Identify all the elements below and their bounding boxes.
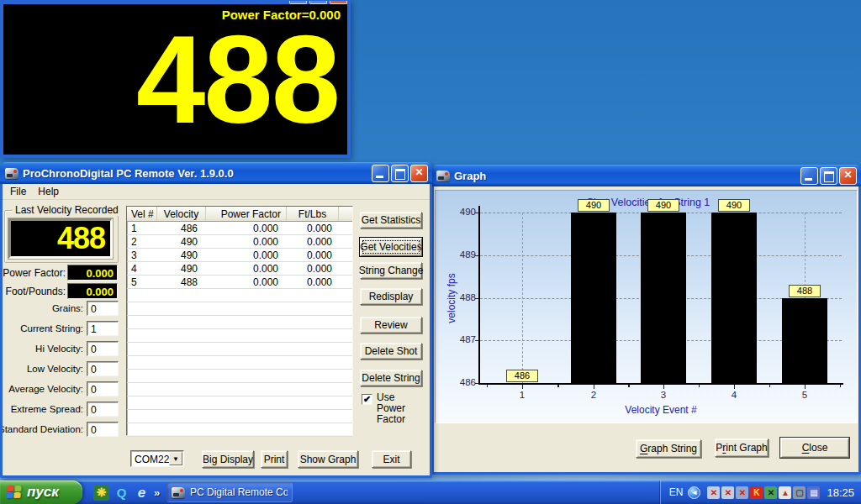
main-window-title: ProChronoDigital PC Remote Ver. 1.9.0.0 [23, 167, 370, 180]
minimize-button[interactable] [800, 167, 818, 185]
table-cell: 0.000 [287, 276, 339, 288]
stat-input[interactable]: 1 [87, 321, 119, 336]
graph-window-body: Shot Velocities for String 1 velocity fp… [434, 186, 858, 472]
system-tray: EN ◂ ✕✕✕K✕▲▢▤ 18:25 [660, 480, 861, 504]
y-tick-label: 486 [449, 377, 476, 387]
bar-value-label: 490 [647, 199, 679, 212]
table-row[interactable]: 54880.0000.000 [127, 276, 352, 289]
x-tick-label: 3 [651, 390, 676, 400]
table-cell: 0.000 [206, 222, 287, 234]
delete-string-button[interactable]: Delete String [360, 370, 422, 386]
close-button[interactable] [410, 165, 428, 182]
tray-collapse-arrow-icon[interactable]: ◂ [688, 486, 700, 499]
x-tick-mark [734, 385, 735, 389]
start-button-label: пуск [27, 484, 59, 501]
delete-shot-button[interactable]: Delete Shot [360, 343, 422, 360]
column-header-stub [339, 207, 352, 221]
network-offline-icon[interactable]: ✕ [707, 486, 720, 499]
menu-file[interactable]: File [4, 184, 32, 199]
maximize-button[interactable] [820, 167, 837, 185]
last-velocity-lcd: 488 [8, 218, 113, 259]
table-row[interactable]: 44900.0000.000 [127, 262, 352, 276]
network-offline-2-icon[interactable]: ✕ [721, 486, 734, 499]
chevron-down-icon[interactable] [169, 452, 182, 465]
big-display-button[interactable]: Big Display [202, 450, 254, 468]
velocity-table[interactable]: Vel #VelocityPower FactorFt/Lbs 14860.00… [126, 206, 353, 436]
column-header[interactable]: Power Factor [206, 207, 287, 221]
x-tick-mark [522, 385, 523, 389]
redisplay-button[interactable]: Redisplay [360, 288, 422, 305]
sync-error-icon[interactable]: ✕ [764, 486, 777, 499]
table-row[interactable]: 14860.0000.000 [127, 222, 352, 235]
menu-help[interactable]: Help [32, 184, 65, 199]
stat-input[interactable]: 0 [87, 381, 119, 396]
table-cell: 3 [127, 249, 157, 261]
field-label: Current String: [20, 323, 83, 333]
stat-input[interactable]: 0 [87, 402, 119, 417]
start-button[interactable]: пуск [0, 480, 82, 504]
maximize-button[interactable] [391, 165, 409, 182]
language-indicator[interactable]: EN [669, 486, 684, 498]
messenger-icon[interactable]: Q [114, 485, 129, 501]
wireless-offline-icon[interactable]: ✕ [736, 486, 748, 499]
com-port-dropdown[interactable]: COM22 [130, 450, 184, 467]
y-tick-label: 488 [449, 292, 476, 302]
close-button[interactable]: Close [780, 438, 849, 458]
table-row-empty [127, 343, 352, 356]
column-header[interactable]: Ft/Lbs [287, 207, 339, 221]
minimize-button[interactable] [372, 165, 389, 182]
stat-input[interactable]: 0 [87, 341, 119, 356]
big-display-velocity-value: 488 [136, 23, 339, 137]
table-row[interactable]: 24900.0000.000 [127, 235, 352, 249]
use-power-factor-checkbox[interactable]: ✔ Use Power Factor [362, 392, 422, 425]
checkbox-box[interactable]: ✔ [362, 394, 372, 405]
internet-explorer-icon[interactable]: e [134, 485, 150, 501]
show-graph-button[interactable]: Show Graph [298, 450, 358, 468]
table-cell: 488 [157, 276, 206, 288]
graph-string-button[interactable]: Graph String [636, 439, 701, 458]
stat-field-row: Standard Deviation:0 [3, 422, 120, 437]
monitor-icon[interactable]: ▢ [793, 486, 806, 499]
graph-titlebar[interactable]: Graph [431, 165, 861, 186]
taskbar-task-button[interactable]: PC Digital Remote Co... [166, 482, 293, 502]
column-header[interactable]: Vel # [127, 207, 157, 221]
print-graph-button[interactable]: Print Graph [715, 438, 769, 457]
stat-field-row: Extreme Spread:0 [3, 402, 120, 417]
get-velocities-button[interactable]: Get Velocities [360, 238, 422, 256]
string-change-button[interactable]: String Change [360, 262, 422, 279]
x-tick-mark [629, 385, 630, 387]
quick-launch-overflow-chevron[interactable]: » [154, 486, 160, 499]
exit-button[interactable]: Exit [372, 450, 411, 468]
photo-viewer-icon[interactable]: ❋ [93, 485, 109, 501]
agent-icon[interactable]: ▲ [779, 486, 791, 499]
table-cell: 0.000 [206, 249, 287, 261]
table-row-empty [127, 302, 352, 316]
bar-value-label: 490 [578, 199, 610, 212]
stat-input[interactable]: 0 [87, 422, 119, 437]
print-button[interactable]: Print [261, 450, 288, 468]
chart-x-axis-label: Velocity Event # [480, 404, 842, 416]
table-cell: 486 [157, 222, 206, 234]
close-button[interactable] [839, 167, 857, 185]
x-tick-mark [558, 385, 559, 387]
bar-event-5 [782, 298, 827, 384]
last-velocity-value: 488 [57, 221, 105, 256]
column-header[interactable]: Velocity [157, 207, 206, 221]
chronograph-app-icon [436, 171, 450, 181]
main-window: ProChronoDigital PC Remote Ver. 1.9.0.0 … [0, 162, 432, 478]
table-row-empty [127, 316, 352, 329]
table-row[interactable]: 34900.0000.000 [127, 249, 352, 262]
review-button[interactable]: Review [360, 317, 422, 333]
antivirus-alert-icon[interactable]: K [750, 486, 763, 499]
y-tick-label: 489 [449, 249, 476, 260]
stat-input[interactable]: 0 [87, 361, 119, 376]
chronograph-app-icon [5, 168, 18, 179]
main-titlebar[interactable]: ProChronoDigital PC Remote Ver. 1.9.0.0 [0, 162, 432, 184]
pda-icon[interactable]: ▤ [807, 486, 820, 499]
get-statistics-button[interactable]: Get Statistics [360, 212, 422, 228]
bar-value-label: 488 [789, 285, 821, 297]
x-tick-label: 2 [581, 390, 606, 400]
lcd-field-row: Power Factor:0.000 [3, 265, 119, 281]
x-tick-mark [594, 385, 594, 389]
stat-input[interactable]: 0 [87, 301, 119, 316]
